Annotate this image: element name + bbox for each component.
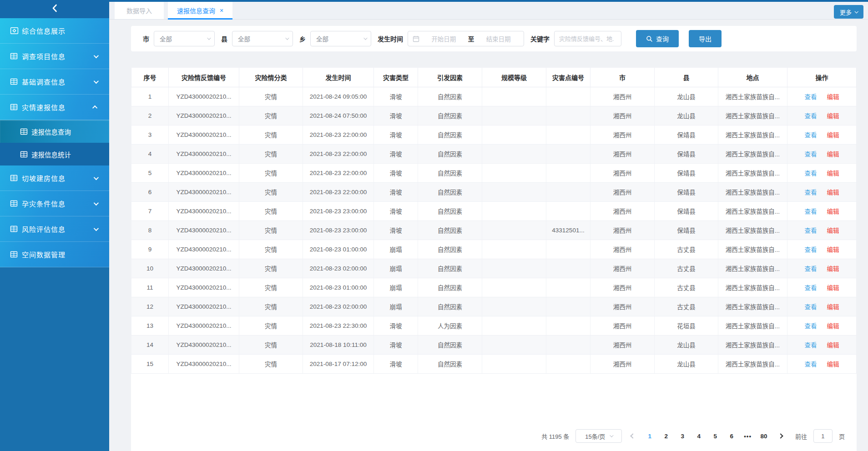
more-button[interactable]: 更多	[834, 5, 863, 19]
edit-link[interactable]: 编辑	[827, 246, 839, 253]
cell-county: 龙山县	[655, 87, 718, 106]
page-number-button[interactable]: 4	[693, 433, 705, 440]
view-link[interactable]: 查看	[805, 170, 817, 177]
view-link[interactable]: 查看	[805, 94, 817, 100]
cell-actions: 查看编辑	[787, 316, 857, 335]
cell-time: 2021-08-23 22:30:00	[303, 316, 374, 335]
start-date-placeholder[interactable]: 开始日期	[423, 34, 464, 43]
page-number-button[interactable]: 5	[709, 433, 721, 440]
search-icon	[646, 35, 653, 42]
edit-link[interactable]: 编辑	[827, 361, 839, 368]
cell-classification: 灾情	[239, 182, 303, 201]
column-header: 灾险情反馈编号	[169, 68, 239, 87]
view-link[interactable]: 查看	[805, 113, 817, 120]
sidebar-item[interactable]: 孕灾条件信息	[0, 191, 109, 216]
table-row: 6YZD43000020210...灾情2021-08-23 22:00:00滑…	[131, 182, 857, 201]
cell-point	[546, 240, 590, 259]
table-row: 13YZD43000020210...灾情2021-08-23 22:30:00…	[131, 316, 857, 335]
cell-classification: 灾情	[239, 106, 303, 125]
sidebar-subitem[interactable]: 速报信息统计	[0, 143, 109, 165]
close-icon[interactable]: ×	[220, 7, 223, 14]
table-row: 11YZD43000020210...灾情2021-08-23 01:00:00…	[131, 278, 857, 297]
view-link[interactable]: 查看	[805, 246, 817, 253]
cell-actions: 查看编辑	[787, 240, 857, 259]
edit-link[interactable]: 编辑	[827, 113, 839, 120]
cell-time: 2021-08-23 23:00:00	[303, 220, 374, 240]
edit-link[interactable]: 编辑	[827, 208, 839, 215]
keyword-input[interactable]	[554, 31, 621, 46]
sidebar-item[interactable]: 调查项目信息	[0, 44, 109, 69]
table-row: 9YZD43000020210...灾情2021-08-23 01:00:00崩…	[131, 240, 857, 259]
edit-link[interactable]: 编辑	[827, 304, 839, 311]
end-date-placeholder[interactable]: 结束日期	[478, 34, 519, 43]
view-link[interactable]: 查看	[805, 208, 817, 215]
cell-no: 3	[131, 125, 169, 144]
sidebar-item[interactable]: 风险评估信息	[0, 216, 109, 242]
edit-link[interactable]: 编辑	[827, 132, 839, 139]
county-select[interactable]: 全部	[232, 31, 293, 46]
view-link[interactable]: 查看	[805, 266, 817, 272]
cell-point	[546, 316, 590, 335]
sidebar-item[interactable]: 灾情速报信息	[0, 95, 109, 120]
cell-type: 滑坡	[374, 220, 418, 240]
cell-code: YZD43000020210...	[169, 201, 239, 220]
export-button[interactable]: 导出	[689, 30, 722, 47]
view-link[interactable]: 查看	[805, 361, 817, 368]
report-table: 序号灾险情反馈编号灾险情分类发生时间灾害类型引发因素规模等级灾害点编号市县地点操…	[131, 68, 857, 374]
cell-factor: 自然因素	[418, 201, 482, 220]
view-link[interactable]: 查看	[805, 132, 817, 139]
date-range-picker[interactable]: 开始日期 至 结束日期	[408, 31, 524, 46]
last-page-button[interactable]: 80	[758, 433, 770, 440]
cell-actions: 查看编辑	[787, 106, 857, 125]
edit-link[interactable]: 编辑	[827, 94, 839, 100]
sidebar-item[interactable]: 空间数据管理	[0, 242, 109, 267]
town-select[interactable]: 全部	[310, 31, 371, 46]
cell-city: 湘西州	[590, 125, 655, 144]
page-number-button[interactable]: 1	[644, 433, 656, 440]
edit-link[interactable]: 编辑	[827, 151, 839, 158]
search-button[interactable]: 查询	[636, 30, 679, 47]
page-number-button[interactable]: 6	[726, 433, 737, 440]
more-pages-button[interactable]: •••	[744, 433, 752, 440]
cell-county: 龙山县	[655, 335, 718, 354]
cell-classification: 灾情	[239, 259, 303, 278]
edit-link[interactable]: 编辑	[827, 342, 839, 349]
sidebar-collapse-button[interactable]	[0, 0, 109, 18]
edit-link[interactable]: 编辑	[827, 189, 839, 196]
view-link[interactable]: 查看	[805, 323, 817, 330]
goto-label: 前往	[795, 432, 807, 441]
next-page-button[interactable]	[778, 433, 783, 438]
goto-page-input[interactable]	[813, 429, 833, 443]
view-link[interactable]: 查看	[805, 189, 817, 196]
edit-link[interactable]: 编辑	[827, 266, 839, 272]
view-link[interactable]: 查看	[805, 304, 817, 311]
cell-factor: 自然因素	[418, 354, 482, 373]
city-select[interactable]: 全部	[154, 31, 215, 46]
cell-point	[546, 354, 590, 373]
edit-link[interactable]: 编辑	[827, 170, 839, 177]
cell-actions: 查看编辑	[787, 163, 857, 182]
tab-data-import[interactable]: 数据导入	[115, 2, 164, 19]
view-link[interactable]: 查看	[805, 342, 817, 349]
sidebar-subitem[interactable]: 速报信息查询	[0, 120, 109, 143]
tab-report-query[interactable]: 速报信息查询 ×	[168, 2, 232, 19]
view-link[interactable]: 查看	[805, 227, 817, 234]
cell-no: 5	[131, 163, 169, 182]
page-number-button[interactable]: 3	[676, 433, 688, 440]
page-number-button[interactable]: 2	[660, 433, 672, 440]
page-size-select[interactable]: 15条/页	[575, 429, 622, 443]
edit-link[interactable]: 编辑	[827, 285, 839, 291]
sidebar-item[interactable]: 综合信息展示	[0, 18, 109, 44]
sidebar-item-label: 基础调查信息	[22, 77, 94, 86]
view-link[interactable]: 查看	[805, 285, 817, 291]
sidebar-item[interactable]: 基础调查信息	[0, 69, 109, 95]
edit-link[interactable]: 编辑	[827, 227, 839, 234]
cell-code: YZD43000020210...	[169, 278, 239, 297]
cell-classification: 灾情	[239, 144, 303, 163]
edit-link[interactable]: 编辑	[827, 323, 839, 330]
sidebar-item[interactable]: 切坡建房信息	[0, 165, 109, 191]
view-link[interactable]: 查看	[805, 151, 817, 158]
prev-page-button[interactable]	[631, 433, 636, 438]
chevron-down-icon	[285, 36, 289, 40]
cell-scale	[482, 87, 546, 106]
